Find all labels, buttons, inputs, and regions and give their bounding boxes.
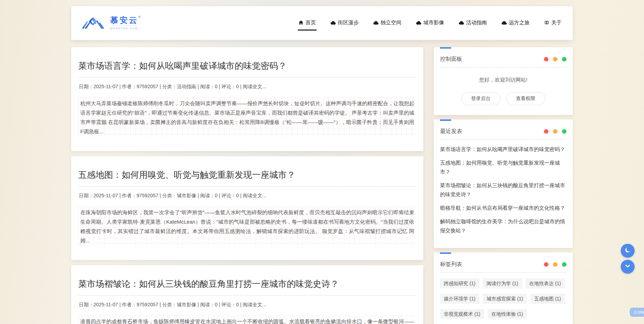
logo-text: 慕安云 ® MUANYUN.COM [110,16,141,30]
nav-label: 活动指南 [466,19,487,26]
yellow-dot-icon [553,129,557,134]
nav-item-city-images[interactable]: 城市影像 [415,16,445,31]
scroll-down-button[interactable] [621,260,635,274]
tag-list-widget: 标签列表 跨感知研究 (1) 阅读行为学 (1) 在地性表达 (1) 媒介环境学… [434,252,573,324]
cloud-icon [416,20,421,25]
sidebar: 控制面板 您好，欢迎到访网站! 登录后台 查看权限 最近发表 [434,47,573,324]
article-meta: 日期：2025-11-07 | 作者：97592057 | 分类：活动指南 | … [79,84,416,90]
divider [78,186,416,186]
nav-label: 远方之旅 [509,19,530,26]
traffic-dots [544,262,566,267]
tag-pill[interactable]: 媒介环境学 (1) [440,294,479,304]
brand-domain: MUANYUN.COM [110,25,138,30]
nav-label: 首页 [305,19,316,26]
yellow-dot-icon [553,262,557,267]
tag-pill[interactable]: 在地性表达 (1) [525,279,565,289]
nav-item-activity-guide[interactable]: 活动指南 [458,16,488,31]
article-list: 菜市场语言学：如何从吆喝声里破译城市的味觉密码？ 日期：2025-11-07 |… [71,47,423,324]
article-excerpt: 凌晨四点半的成都青石桥市场，鱼贩陈师傅用橡皮管在水泥地上画出一个不断收缩的圆弧。… [78,316,416,324]
cloud-icon [331,20,336,25]
home-icon [299,20,303,25]
dark-mode-button[interactable] [621,244,635,258]
recent-posts-list: 菜市场语言学：如何从吆喝声里破译城市的味觉密码？ 五感地图：如何用嗅觉、听觉与触… [440,140,566,241]
cloud-icon [373,20,378,25]
page: 慕安云 ® MUANYUN.COM 首页 街区漫步 [0,0,644,324]
article-meta-text: 日期：2025-11-07 | 作者：97592057 | 分类：城市影像 | … [79,302,243,307]
article-meta-text: 日期：2025-11-07 | 作者：97592057 | 分类：城市影像 | … [79,193,243,198]
article-meta: 日期：2025-11-07 | 作者：97592057 | 分类：城市影像 | … [79,302,416,308]
chevron-down-icon [625,263,631,271]
tag-list: 跨感知研究 (1) 阅读行为学 (1) 在地性表达 (1) 媒介环境学 (1) … [440,273,566,324]
tag-pill[interactable]: 城市感官探索 (1) [483,294,527,304]
nav-item-about[interactable]: 关于 [544,16,562,31]
article-card: 菜市场语言学：如何从吆喝声里破译城市的味觉密码？ 日期：2025-11-07 |… [71,47,423,151]
divider [440,67,566,67]
nav-item-faraway-trip[interactable]: 远方之旅 [501,16,530,31]
article-title[interactable]: 菜市场褶皱论：如何从三块钱的酸豆角里打捞一座城市的味觉史诗？ [78,278,416,290]
tag-pill[interactable]: 五感地图 (1) [530,294,565,304]
read-more-link[interactable]: 阅读全文... [243,193,267,198]
article-meta-text: 日期：2025-11-07 | 作者：97592057 | 分类：活动指南 | … [79,84,243,89]
traffic-dots [544,129,566,134]
scroll-percent-badge: 0.0% [630,308,644,317]
recent-post-link[interactable]: 五感地图：如何用嗅觉、听觉与触觉重新发现一座城市？ [440,158,566,176]
article-title[interactable]: 五感地图：如何用嗅觉、听觉与触觉重新发现一座城市？ [78,169,416,181]
green-dot-icon [562,129,566,134]
article-excerpt: 杭州大马弄菜场鲞铺老板陈师傅削冬瓜时，刀尖会随叫卖声调整节奏——报价声悠长时切块… [78,98,416,137]
view-permissions-button[interactable]: 查看权限 [506,92,545,105]
tag-pill[interactable]: 在地性体验 (1) [488,309,527,319]
green-dot-icon [562,262,566,267]
article-meta: 日期：2025-11-07 | 作者：97592057 | 分类：城市影像 | … [79,193,416,199]
widget-header: 控制面板 [440,52,566,67]
widget-title: 控制面板 [440,56,462,63]
widget-header: 标签列表 [440,257,566,272]
book-icon [544,20,549,25]
yellow-dot-icon [553,57,557,61]
widget-accent-bar [440,252,451,254]
tag-pill[interactable]: 阅读行为学 (1) [483,279,522,289]
recent-post-link[interactable]: 解码独立咖啡馆的生存美学：为什么说吧台是城市的情报交换站？ [440,217,566,235]
article-title[interactable]: 菜市场语言学：如何从吆喝声里破译城市的味觉密码？ [78,60,416,72]
cloud-icon [459,20,464,25]
moon-icon [625,247,631,255]
widget-title: 标签列表 [440,261,462,268]
widget-title: 最近发表 [440,128,462,135]
nav-label: 街区漫步 [338,19,359,26]
site-logo[interactable]: 慕安云 ® MUANYUN.COM [82,15,141,32]
greeting-text: 您好，欢迎到访网站! [440,77,566,83]
red-dot-icon [544,57,548,61]
nav-item-street-walk[interactable]: 街区漫步 [330,16,359,31]
recent-post-link[interactable]: 菜市场语言学：如何从吆喝声里破译城市的味觉密码？ [440,145,566,154]
article-card: 五感地图：如何用嗅觉、听觉与触觉重新发现一座城市？ 日期：2025-11-07 … [71,156,423,260]
read-more-link[interactable]: 阅读全文... [243,302,267,307]
site-header: 慕安云 ® MUANYUN.COM 首页 街区漫步 [71,6,573,40]
divider [78,295,416,296]
nav-item-home[interactable]: 首页 [298,16,317,31]
panel-buttons: 登录后台 查看权限 [440,92,566,108]
registered-mark: ® [138,15,141,19]
widget-accent-bar [440,47,451,49]
mountain-logo-icon [82,15,107,32]
recent-posts-widget: 最近发表 菜市场语言学：如何从吆喝声里破译城市的味觉密码？ 五感地图：如何用嗅觉… [434,119,573,248]
nav-label: 独立空间 [381,19,401,26]
control-panel-widget: 控制面板 您好，欢迎到访网站! 登录后台 查看权限 [434,47,573,115]
widget-header: 最近发表 [440,124,566,139]
article-card: 菜市场褶皱论：如何从三块钱的酸豆角里打捞一座城市的味觉史诗？ 日期：2025-1… [71,265,423,324]
traffic-dots [544,57,566,61]
brand-name: 慕安云 [110,16,138,24]
recent-post-link[interactable]: 菜市场褶皱论：如何从三块钱的酸豆角里打捞一座城市的味觉史诗？ [440,181,566,199]
recent-post-link[interactable]: 暗格导航：如何从书店布局看穿一座城市的文化性格？ [440,203,566,213]
red-dot-icon [544,262,548,267]
tag-pill[interactable]: 跨感知研究 (1) [440,279,479,289]
nav-item-independent-space[interactable]: 独立空间 [373,16,402,31]
tag-pill[interactable]: 非视觉观察术 (1) [440,309,484,319]
main-nav: 首页 街区漫步 独立空间 城市影像 [298,16,562,31]
widget-accent-bar [440,119,451,121]
read-more-link[interactable]: 阅读全文... [243,84,267,89]
red-dot-icon [544,129,548,134]
login-backend-button[interactable]: 登录后台 [462,92,500,105]
nav-label: 关于 [551,19,562,26]
cloud-icon [502,20,507,25]
green-dot-icon [562,57,566,61]
article-excerpt: 在珠海朝阳市场的海鲜区，我第一次学会了“听声辨货”——鱼筐入水时气泡碎裂的细响代… [78,207,416,246]
